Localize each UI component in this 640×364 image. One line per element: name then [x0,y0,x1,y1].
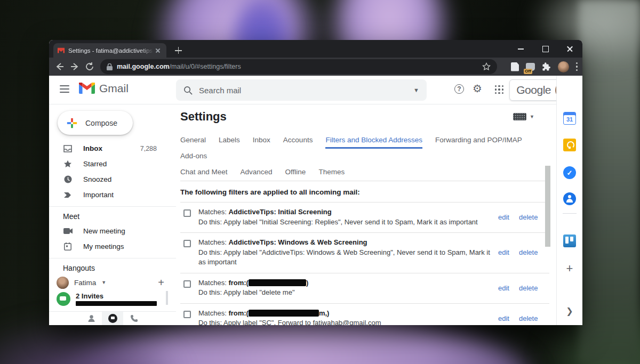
delete-link[interactable]: delete [519,284,538,292]
tab-add-ons[interactable]: Add-ons [180,149,207,165]
delete-link[interactable]: delete [519,213,538,221]
delete-link[interactable]: delete [519,314,538,322]
extension-off-icon[interactable]: Off [526,63,535,71]
hangouts-avatar [57,277,69,289]
do-this-label: Do this: [198,319,222,325]
gmail-side-panel: 31 ✓ + ❯ [556,76,582,325]
sidebar-item-important[interactable]: Important [49,187,176,203]
help-icon[interactable]: ? [454,84,464,94]
video-camera-icon [63,227,73,236]
filter-checkbox[interactable] [183,280,191,288]
forward-icon[interactable] [69,61,80,72]
tab-title: Settings - fatima@addictivetips.c [68,47,154,54]
calls-tab-button[interactable] [123,312,145,325]
filter-checkbox[interactable] [183,311,191,318]
search-input[interactable] [199,86,413,95]
gmail-logo[interactable]: Gmail [79,82,129,95]
compose-button[interactable]: Compose [58,111,133,135]
url-host: mail.google.com [117,63,170,70]
search-options-caret-icon[interactable]: ▼ [413,87,419,93]
matches-label: Matches: [198,279,227,287]
filter-checkbox[interactable] [183,209,191,217]
calendar-app-icon[interactable]: 31 [563,112,576,125]
browser-tab[interactable]: Settings - fatima@addictivetips.c [53,43,166,58]
sidebar-item-new-meeting[interactable]: New meeting [49,223,176,239]
keep-app-icon[interactable] [563,139,576,151]
gmail-favicon-icon [58,47,65,53]
hangouts-user-row[interactable]: Fatima ▼ + [49,275,176,290]
new-tab-button[interactable] [173,45,185,56]
person-icon [87,314,95,322]
trello-addon-icon[interactable] [563,234,576,247]
address-bar[interactable]: mail.google.com/mail/u/0/#settings/filte… [100,59,497,74]
tab-labels[interactable]: Labels [219,133,240,149]
search-box[interactable]: ▼ [176,79,427,101]
tasks-app-icon[interactable]: ✓ [563,166,576,179]
tab-accounts[interactable]: Accounts [283,133,313,149]
maximize-button[interactable] [533,40,558,58]
hangouts-invites-row[interactable]: 2 Invites [49,290,176,311]
contacts-app-icon[interactable] [563,192,576,205]
get-addons-icon[interactable]: + [566,262,573,276]
page-title: Settings [180,110,549,124]
edit-link[interactable]: edit [498,314,509,322]
compose-label: Compose [85,119,117,127]
notes-extension-icon[interactable] [511,62,519,71]
extensions-puzzle-icon[interactable] [542,62,551,71]
minimize-button[interactable] [509,40,533,58]
filter-row: Matches: AddictiveTips: Windows & Web Sc… [180,233,549,273]
star-icon [63,159,73,169]
sidebar-item-snoozed[interactable]: Snoozed [49,172,176,187]
apps-grid-icon[interactable] [495,85,503,94]
delete-link[interactable]: delete [519,248,538,256]
keyboard-icon [513,113,526,120]
sidebar-item-my-meetings[interactable]: My meetings [49,239,176,254]
scrollbar-thumb[interactable] [545,166,550,247]
tab-inbox[interactable]: Inbox [253,133,270,149]
filter-checkbox[interactable] [183,240,191,247]
browser-menu-icon[interactable] [576,62,578,71]
bookmark-star-icon[interactable] [482,62,491,71]
edit-link[interactable]: edit [498,213,509,221]
tab-chat-and-meet[interactable]: Chat and Meet [180,165,228,181]
filter-row: Matches: from:(m,) Do this: Apply label … [180,304,549,326]
filter-action: Apply label "AddictiveTips: Windows & We… [198,248,490,266]
collapse-panel-icon[interactable]: ❯ [566,306,573,316]
reload-icon[interactable] [84,61,95,72]
filter-criteria: from:( [228,309,249,317]
hamburger-menu-icon[interactable] [60,85,69,93]
tab-advanced[interactable]: Advanced [241,165,273,181]
contacts-tab-button[interactable] [81,312,102,325]
tab-general[interactable]: General [180,133,206,149]
search-icon[interactable] [183,86,193,95]
edit-link[interactable]: edit [498,248,509,256]
back-icon[interactable] [54,61,65,72]
matches-label: Matches: [198,208,227,216]
sidebar-item-inbox[interactable]: Inbox 7,288 [49,141,176,156]
tab-offline[interactable]: Offline [285,165,306,181]
google-wordmark: Google [516,84,551,96]
edit-link[interactable]: edit [498,284,509,292]
content-scrollbar[interactable] [545,165,550,325]
tab-filters-and-blocked-addresses[interactable]: Filters and Blocked Addresses [325,133,422,149]
desktop: { "browser": { "tab_title": "Settings - … [0,0,640,364]
clock-icon [63,175,73,184]
gmail-sidebar: Compose Inbox 7,288 Starred [49,104,176,325]
input-tools-toggle[interactable]: ▼ [513,113,534,120]
tab-themes[interactable]: Themes [318,165,345,181]
browser-profile-avatar[interactable] [558,61,569,72]
close-button[interactable] [558,40,582,58]
filter-action: Apply label "delete me" [223,288,295,296]
sidebar-item-starred[interactable]: Starred [49,156,176,172]
hangouts-tab-button[interactable] [102,312,123,325]
settings-gear-icon[interactable]: ⚙ [473,83,484,95]
tab-forwarding-pop-imap[interactable]: Forwarding and POP/IMAP [435,133,522,149]
sidebar-scrollbar[interactable] [166,291,168,305]
chevron-down-icon[interactable]: ▼ [101,280,106,285]
url-path: /mail/u/0/#settings/filters [170,63,241,70]
browser-window: Settings - fatima@addictivetips.c mail.g… [49,40,582,325]
new-conversation-button[interactable]: + [158,277,164,289]
compose-plus-icon [66,117,78,129]
tab-close-icon[interactable] [154,46,162,55]
filters-header: The following filters are applied to all… [180,188,549,203]
